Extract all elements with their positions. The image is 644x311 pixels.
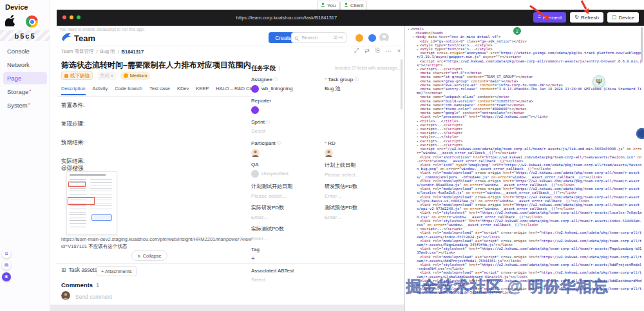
- code-line[interactable]: <link rel="modulepreload" cross-origin h…: [406, 203, 643, 211]
- breadcrumb-separator: /: [96, 49, 97, 55]
- search-input[interactable]: Search ⌘+K: [291, 32, 346, 43]
- field-value[interactable]: [251, 106, 325, 114]
- field-value[interactable]: Enter...: [251, 213, 325, 221]
- fields-panel-header[interactable]: 任务字段 〉: [251, 64, 283, 73]
- code-line[interactable]: <link rel="modulepreload" as="script" cr…: [406, 231, 643, 238]
- description-field-label: 实际结果:: [61, 158, 84, 164]
- team-float-widget[interactable]: Ψ: [592, 75, 605, 88]
- breadcrumb-item[interactable]: Team 项目管理: [61, 48, 93, 55]
- field: [325, 268, 403, 289]
- client-connection-pill[interactable]: Client: [340, 1, 367, 10]
- field-value[interactable]: Please select...: [325, 171, 403, 179]
- code-line[interactable]: <meta name="sentry-release" content="3.0…: [406, 87, 643, 95]
- breadcrumb-item[interactable]: Bug 池: [100, 48, 115, 55]
- client-label: Client: [350, 3, 363, 8]
- field-value[interactable]: Please select...: [251, 192, 325, 200]
- thumb-red-highlight: [68, 182, 86, 187]
- status-dropdown[interactable]: 关闭▾: [97, 71, 116, 80]
- code-line[interactable]: <link rel="stylesheet" href="https://w2.…: [406, 219, 643, 227]
- add-tag-button[interactable]: +: [251, 255, 255, 262]
- collapse-label: Collapse: [143, 253, 162, 259]
- window-controls[interactable]: [62, 15, 80, 19]
- code-line[interactable]: <script src="//w2.kskwai.com/udata/pkg/t…: [406, 147, 643, 155]
- code-line[interactable]: <link rel="modulepreload" cross-origin h…: [406, 195, 643, 203]
- field-label-text: 计划上线日期: [325, 162, 355, 169]
- switch-icon[interactable]: ⇄: [365, 48, 370, 54]
- code-line[interactable]: <link rel="modulepreload" as="script" cr…: [406, 255, 643, 263]
- field-value[interactable]: +: [251, 254, 325, 263]
- tab-halo-r-d-cloud[interactable]: HALO – R&D Cloud: [216, 86, 256, 95]
- code-line[interactable]: <link rel="shortcuticon" href="https://w…: [406, 155, 643, 163]
- refresh-button[interactable]: ↻Refresh: [570, 12, 603, 23]
- tab-activity[interactable]: Activity: [93, 86, 108, 95]
- image-panel-icon[interactable]: ▤: [2, 261, 11, 270]
- category-tag[interactable]: 线下缺陷: [61, 71, 93, 80]
- code-line[interactable]: <link rel="stylesheet" href="https://w2.…: [406, 211, 643, 218]
- tab-code-branch[interactable]: Code branch: [115, 86, 142, 95]
- field-value[interactable]: Unspecified: [251, 169, 325, 178]
- code-line[interactable]: <script src="https://w2.kskwai.com/udata…: [406, 59, 643, 67]
- js-notice: You need to enable JavaScript to run thi…: [59, 27, 145, 32]
- field-value[interactable]: Select: [251, 127, 325, 135]
- priority-icon: [124, 73, 128, 78]
- tab-test-case[interactable]: Test case: [149, 86, 170, 95]
- breadcrumb-item[interactable]: B1841317: [122, 49, 144, 55]
- field-value[interactable]: Enter...: [325, 192, 403, 200]
- code-line[interactable]: <link rel="stylesheet" href="https://w2.…: [406, 263, 643, 270]
- code-line[interactable]: <link rel="modulepreload" cross-origin h…: [406, 179, 643, 187]
- edge-float-widget[interactable]: [636, 128, 644, 139]
- fields-scrollbar[interactable]: [401, 59, 402, 109]
- priority-tag[interactable]: Medium: [120, 71, 151, 80]
- field-value[interactable]: Enter...: [251, 234, 325, 243]
- field-value[interactable]: [251, 148, 325, 156]
- comment-input[interactable]: Send comment: [75, 294, 112, 300]
- notification-icon[interactable]: [355, 34, 363, 42]
- sidebar-item-system[interactable]: System*: [3, 99, 47, 111]
- close-window-icon[interactable]: [62, 15, 66, 19]
- inspector-toolbar: ≡Element↻Refresh▢Device: [533, 12, 639, 23]
- collapse-button[interactable]: ∧ Collapse: [131, 250, 167, 261]
- more-icon[interactable]: ⋯: [386, 48, 392, 54]
- tab-kdev[interactable]: KDev: [177, 86, 189, 95]
- sidebar-item-network[interactable]: Network: [3, 59, 47, 71]
- you-connection-pill[interactable]: You: [317, 1, 340, 10]
- multi-window-icon[interactable]: ⧉: [2, 249, 11, 258]
- brain-icon[interactable]: ✱: [2, 272, 11, 281]
- code-line[interactable]: <script cross-origin="anonymous" src="ht…: [406, 51, 643, 59]
- info-icon: ⓘ: [266, 119, 270, 125]
- fullscreen-icon[interactable]: ⤢: [354, 47, 359, 54]
- field-placeholder: Enter...: [251, 236, 267, 241]
- close-icon[interactable]: ×: [397, 48, 401, 54]
- field-value[interactable]: Enter...: [325, 213, 403, 221]
- maximize-window-icon[interactable]: [77, 15, 80, 19]
- user-avatar[interactable]: [379, 33, 389, 42]
- field-value[interactable]: Select: [251, 276, 325, 284]
- field-value[interactable]: Bug 池: [325, 84, 403, 93]
- sidebar-item-storage[interactable]: Storage*: [3, 86, 47, 98]
- attachment-screenshot[interactable]: [66, 171, 117, 235]
- sidebar-item-console[interactable]: Console: [3, 45, 47, 57]
- sidebar-item-page[interactable]: Page: [3, 72, 47, 84]
- search-placeholder: Search: [301, 35, 331, 41]
- window-bottom-strip: [50, 305, 404, 311]
- element-button[interactable]: ≡Element: [533, 12, 566, 23]
- device-button[interactable]: ▢Device: [607, 12, 639, 23]
- code-line[interactable]: <link rel="modulepreload" cross-origin h…: [406, 187, 643, 194]
- sidebar-item-label: System: [7, 102, 28, 109]
- code-line[interactable]: <link rel="modulepreload" cross-origin h…: [406, 171, 643, 178]
- field-value[interactable]: wb_liningning: [251, 84, 325, 93]
- chevron-up-icon: ∧: [137, 253, 141, 259]
- inspector-scrollbar[interactable]: [641, 27, 643, 62]
- minimize-window-icon[interactable]: [70, 15, 73, 19]
- code-line[interactable]: <link rel="stylesheet" href="https://w2.…: [406, 247, 643, 254]
- help-icon[interactable]: [368, 34, 376, 42]
- copy-icon[interactable]: ⎘: [375, 47, 380, 54]
- attachments-button[interactable]: + Attachments: [97, 266, 137, 276]
- code-line[interactable]: <link rel="icon" type="image/png" href="…: [406, 163, 643, 171]
- tab-keep[interactable]: KEEP: [196, 86, 209, 95]
- task-assets[interactable]: ⊞ Task assets: [61, 267, 97, 273]
- field-value[interactable]: [325, 148, 403, 156]
- field: SprintⓘSelect: [251, 119, 325, 140]
- tab-description[interactable]: Description: [61, 86, 86, 95]
- code-line[interactable]: <link rel="modulepreload" as="script" cr…: [406, 239, 643, 247]
